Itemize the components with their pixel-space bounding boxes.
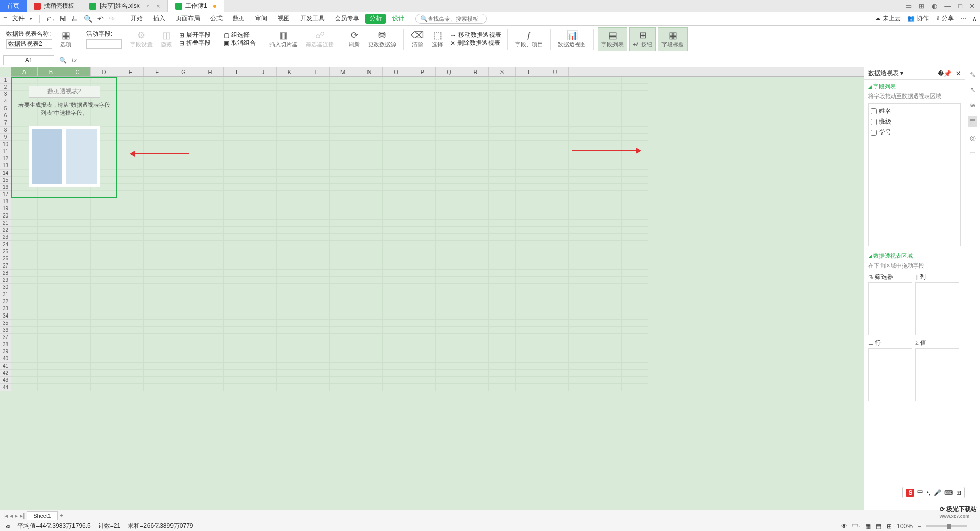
active-field-input[interactable] — [86, 39, 122, 49]
col-header[interactable]: M — [330, 67, 356, 76]
row-header[interactable]: 24 — [0, 241, 11, 248]
row-header[interactable]: 27 — [0, 262, 11, 270]
preview-icon[interactable]: 🔍 — [84, 15, 92, 23]
col-header[interactable]: B — [38, 67, 64, 76]
col-header[interactable]: F — [144, 67, 170, 76]
menu-dev[interactable]: 开发工具 — [296, 12, 329, 26]
view-break-icon[interactable]: ⊞ — [887, 523, 892, 530]
collapse-ribbon-icon[interactable]: ∧ — [972, 15, 977, 22]
ime-grid-icon[interactable]: ⊞ — [956, 489, 961, 496]
refresh-button[interactable]: ⟳刷新 — [346, 28, 363, 51]
tab-home[interactable]: 首页 — [0, 0, 27, 12]
col-header[interactable]: T — [516, 67, 542, 76]
undo-icon[interactable]: ↶ — [97, 15, 104, 23]
menu-insert[interactable]: 插入 — [149, 12, 169, 26]
menu-analysis[interactable]: 分析 — [365, 14, 386, 24]
view-normal-icon[interactable]: ▦ — [865, 523, 871, 530]
col-header[interactable]: D — [91, 67, 117, 76]
pivot-chart-button[interactable]: 📊数据透视图 — [555, 28, 589, 51]
col-header[interactable]: G — [170, 67, 197, 76]
eye-icon[interactable]: 👁 — [841, 523, 847, 530]
row-header[interactable]: 25 — [0, 248, 11, 255]
tab-template[interactable]: 找稻壳模板 — [27, 0, 82, 12]
zoom-out-button[interactable]: − — [918, 523, 921, 530]
save-icon[interactable]: 🖫 — [59, 15, 66, 23]
file-menu[interactable]: 文件 — [12, 14, 24, 23]
row-header[interactable]: 21 — [0, 220, 11, 227]
col-header[interactable]: Q — [436, 67, 462, 76]
row-header[interactable]: 14 — [0, 170, 11, 177]
row-header[interactable]: 32 — [0, 298, 11, 305]
menu-start[interactable]: 开始 — [127, 12, 147, 26]
row-header[interactable]: 40 — [0, 355, 11, 363]
sheet-nav-last[interactable]: ▸| — [20, 512, 24, 519]
zoom-value[interactable]: 100% — [897, 523, 913, 530]
col-header[interactable]: S — [489, 67, 516, 76]
row-header[interactable]: 34 — [0, 312, 11, 320]
row-header[interactable]: 28 — [0, 270, 11, 277]
delete-pivot-button[interactable]: ✕删除数据透视表 — [450, 40, 501, 47]
row-header[interactable]: 36 — [0, 327, 11, 334]
add-sheet-button[interactable]: + — [60, 512, 63, 519]
ch-icon[interactable]: 中· — [852, 522, 860, 530]
row-header[interactable]: 12 — [0, 155, 11, 162]
row-header[interactable]: 16 — [0, 184, 11, 191]
pm-buttons-toggle[interactable]: ⊞+/- 按钮 — [629, 27, 656, 51]
row-header[interactable]: 15 — [0, 177, 11, 184]
vals-zone[interactable] — [915, 348, 959, 401]
layout-rail-icon[interactable]: ▦ — [968, 116, 977, 127]
user-avatar[interactable]: ◐ — [932, 2, 937, 10]
collab-button[interactable]: 👥 协作 — [907, 14, 928, 23]
menu-member[interactable]: 会员专享 — [331, 12, 363, 26]
row-header[interactable]: 39 — [0, 348, 11, 355]
col-header[interactable]: J — [250, 67, 277, 76]
name-box[interactable] — [3, 55, 54, 65]
more-icon[interactable]: ⋯ — [960, 15, 966, 22]
row-header[interactable]: 13 — [0, 162, 11, 170]
filter-zone[interactable] — [868, 282, 912, 335]
sheet-nav-prev[interactable]: ◂ — [10, 512, 13, 519]
sheet-nav-next[interactable]: ▸ — [15, 512, 18, 519]
menu-formula[interactable]: 公式 — [206, 12, 227, 26]
row-header[interactable]: 22 — [0, 227, 11, 234]
search-fn-icon[interactable]: 🔍 — [59, 57, 67, 64]
row-header[interactable]: 29 — [0, 277, 11, 284]
rows-zone[interactable] — [868, 348, 912, 401]
location-icon[interactable]: ◎ — [970, 134, 976, 142]
tab-shared-file[interactable]: [共享]姓名.xlsx ▫ × — [82, 0, 168, 12]
col-header[interactable]: L — [303, 67, 330, 76]
col-header[interactable]: A — [11, 67, 38, 76]
change-source-button[interactable]: ⛃更改数据源 — [365, 28, 399, 51]
chevron-down-icon[interactable]: ▾ — [30, 16, 32, 21]
col-header[interactable]: O — [383, 67, 409, 76]
menu-icon[interactable]: ≡ — [3, 15, 7, 23]
book-icon[interactable]: ▭ — [969, 149, 976, 157]
row-header[interactable]: 43 — [0, 377, 11, 384]
field-item[interactable]: 学号 — [871, 127, 958, 138]
cols-zone[interactable] — [915, 282, 959, 335]
tab-menu-icon[interactable]: ▫ — [147, 2, 150, 10]
row-header[interactable]: 1 — [0, 77, 11, 84]
cloud-status[interactable]: ☁ 未上云 — [875, 14, 901, 23]
add-tab-button[interactable]: + — [224, 0, 236, 12]
row-header[interactable]: 30 — [0, 284, 11, 291]
menu-layout[interactable]: 页面布局 — [172, 12, 204, 26]
row-header[interactable]: 3 — [0, 91, 11, 98]
row-header[interactable]: 5 — [0, 105, 11, 112]
row-header[interactable]: 18 — [0, 198, 11, 205]
field-item[interactable]: 班级 — [871, 116, 958, 127]
row-header[interactable]: 8 — [0, 127, 11, 134]
row-header[interactable]: 17 — [0, 191, 11, 198]
field-item[interactable]: 姓名 — [871, 106, 958, 116]
fields-items-button[interactable]: ƒ字段、项目 — [512, 28, 546, 51]
row-header[interactable]: 19 — [0, 205, 11, 212]
view-page-icon[interactable]: ▤ — [876, 523, 881, 530]
col-header[interactable]: I — [224, 67, 250, 76]
style-icon[interactable]: ✎ — [970, 70, 976, 79]
row-header[interactable]: 38 — [0, 341, 11, 348]
share-button[interactable]: ⇪ 分享 — [935, 14, 954, 23]
options-button[interactable]: ▦选项 — [57, 28, 75, 51]
col-header[interactable]: R — [462, 67, 489, 76]
fx-icon[interactable]: fx — [72, 57, 77, 64]
field-checkbox[interactable] — [871, 130, 877, 136]
